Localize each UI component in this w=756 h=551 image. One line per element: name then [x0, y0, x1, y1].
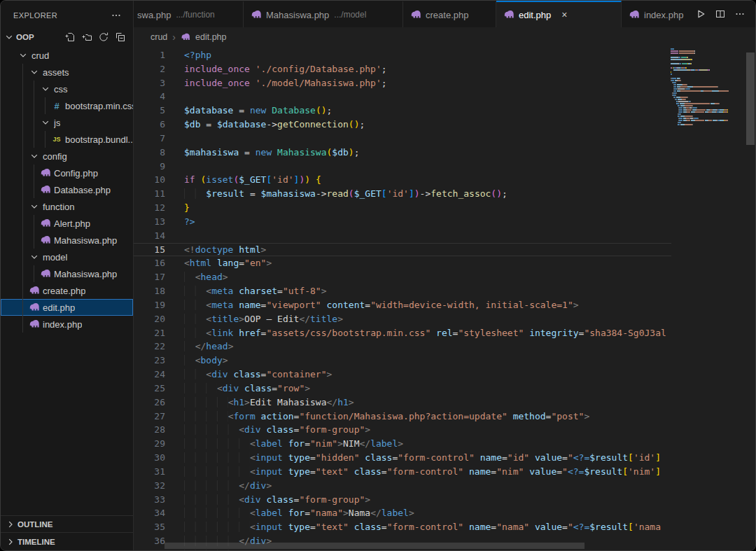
tree-item-mahasiswa.php[interactable]: Mahasiswa.php [1, 232, 133, 249]
tab-mahasiswa.php[interactable]: Mahasiswa.php.../model [244, 1, 403, 27]
minimap-line [671, 107, 746, 109]
tree-item-function[interactable]: function [1, 198, 133, 215]
tree-item-database.php[interactable]: Database.php [1, 181, 133, 198]
explorer-title: EXPLORER [13, 11, 57, 20]
js-file-icon: JS [51, 134, 62, 145]
line-number: 22 [134, 340, 165, 354]
code-line-18[interactable]: 18 <meta charset="utf-8"> [134, 284, 671, 298]
more-actions-icon[interactable] [733, 7, 747, 21]
php-file-icon [629, 9, 640, 20]
code-line-27[interactable]: 27 <form action="function/Mahasiswa.php?… [134, 410, 671, 424]
php-file-icon [251, 9, 262, 20]
code-line-32[interactable]: 32 </div> [134, 479, 671, 493]
tree-item-bootstrap.min.css[interactable]: #bootstrap.min.css [1, 97, 133, 114]
new-file-icon[interactable] [63, 30, 77, 44]
tab-swa.php[interactable]: swa.php.../function [134, 1, 244, 27]
tab-index.php[interactable]: index.php [622, 1, 685, 27]
tree-item-edit.php[interactable]: edit.php [1, 299, 133, 316]
php-file-icon [410, 9, 421, 20]
code-line-1[interactable]: 1<?php [134, 48, 671, 62]
tree-item-model[interactable]: model [1, 249, 133, 265]
minimap[interactable] [671, 48, 746, 126]
explorer-sidebar: EXPLORER OOP crudassetscss#bootstrap.min… [1, 1, 134, 550]
tab-create.php[interactable]: create.php [403, 1, 496, 27]
line-number: 11 [134, 187, 165, 201]
new-folder-icon[interactable] [80, 30, 94, 44]
code-line-7[interactable]: 7 [134, 132, 671, 146]
workspace-name: OOP [16, 33, 63, 41]
breadcrumb-folder[interactable]: crud [150, 32, 167, 42]
code-line-17[interactable]: 17 <head> [134, 270, 671, 284]
code-line-31[interactable]: 31 <input type="text" class="form-contro… [134, 465, 671, 479]
refresh-icon[interactable] [97, 30, 111, 44]
code-line-23[interactable]: 23 <body> [134, 354, 671, 368]
tree-item-config[interactable]: config [1, 148, 133, 165]
line-number: 9 [134, 160, 165, 174]
minimap-line [671, 65, 746, 67]
tree-item-js[interactable]: js [1, 114, 133, 131]
code-line-20[interactable]: 20 <title>OOP — Edit</title> [134, 312, 671, 326]
tree-item-mahasiswa.php[interactable]: Mahasiswa.php [1, 265, 133, 282]
workspace-section-header[interactable]: OOP [1, 29, 133, 46]
code-line-8[interactable]: 8$mahasiswa = new Mahasiswa($db); [134, 146, 671, 160]
tree-item-alert.php[interactable]: Alert.php [1, 215, 133, 232]
code-line-35[interactable]: 35 <input type="text" class="form-contro… [134, 520, 671, 534]
code-line-16[interactable]: 16<html lang="en"> [134, 256, 671, 270]
vertical-scrollbar[interactable] [746, 47, 755, 550]
php-file-icon [29, 285, 40, 296]
panel-timeline[interactable]: TIMELINE [1, 532, 133, 550]
horizontal-scrollbar[interactable] [134, 542, 671, 550]
tree-item-config.php[interactable]: Config.php [1, 165, 133, 181]
close-icon[interactable]: × [558, 8, 570, 21]
run-icon[interactable] [694, 7, 708, 21]
breadcrumb-file[interactable]: edit.php [195, 32, 226, 42]
minimap-line [671, 105, 746, 106]
code-line-28[interactable]: 28 <div class="form-group"> [134, 423, 671, 437]
minimap-line [671, 118, 746, 119]
panel-outline[interactable]: OUTLINE [1, 515, 133, 532]
line-number: 21 [134, 326, 165, 340]
code-line-11[interactable]: 11 $result = $mahasiswa->read($_GET['id'… [134, 187, 671, 201]
code-line-15[interactable]: 15<!doctype html> [134, 243, 671, 257]
code-line-13[interactable]: 13?> [134, 215, 671, 229]
code-line-25[interactable]: 25 <div class="row"> [134, 382, 671, 396]
tab-edit.php[interactable]: edit.php× [496, 1, 622, 27]
code-line-2[interactable]: 2include_once './config/Database.php'; [134, 62, 671, 76]
code-line-26[interactable]: 26 <h1>Edit Mahasiswa</h1> [134, 396, 671, 410]
code-line-19[interactable]: 19 <meta name="viewport" content="width=… [134, 298, 671, 312]
code-line-4[interactable]: 4 [134, 90, 671, 104]
code-line-3[interactable]: 3include_once './model/Mahasiswa.php'; [134, 76, 671, 90]
line-number: 13 [134, 215, 165, 229]
tree-item-assets[interactable]: assets [1, 64, 133, 81]
line-number: 5 [134, 104, 165, 118]
vertical-scrollbar-thumb[interactable] [746, 53, 755, 145]
tree-item-index.php[interactable]: index.php [1, 316, 133, 333]
code-line-5[interactable]: 5$database = new Database(); [134, 104, 671, 118]
split-editor-icon[interactable] [713, 7, 727, 21]
horizontal-scrollbar-thumb[interactable] [164, 543, 584, 549]
code-line-6[interactable]: 6$db = $database->getConnection(); [134, 118, 671, 132]
explorer-more-actions-icon[interactable] [109, 8, 123, 22]
code-line-12[interactable]: 12} [134, 201, 671, 215]
code-line-10[interactable]: 10if (isset($_GET['id'])) { [134, 173, 671, 187]
code-editor[interactable]: 1<?php2include_once './config/Database.p… [134, 47, 671, 550]
tree-item-css[interactable]: css [1, 81, 133, 97]
line-number: 7 [134, 132, 165, 146]
code-line-34[interactable]: 34 <label for="nama">Nama</label> [134, 506, 671, 520]
tree-item-crud[interactable]: crud [1, 47, 133, 64]
code-line-29[interactable]: 29 <label for="nim">NIM</label> [134, 437, 671, 451]
code-line-30[interactable]: 30 <input type="hidden" class="form-cont… [134, 451, 671, 465]
code-line-21[interactable]: 21 <link href="assets/css/bootstrap.min.… [134, 326, 671, 340]
code-line-24[interactable]: 24 <div class="container"> [134, 368, 671, 382]
tree-item-create.php[interactable]: create.php [1, 282, 133, 299]
vscode-window: EXPLORER OOP crudassetscss#bootstrap.min… [0, 0, 756, 551]
tree-item-bootstrap.bundl...[interactable]: JSbootstrap.bundl... [1, 131, 133, 148]
code-line-9[interactable]: 9 [134, 160, 671, 174]
minimap-line [671, 82, 746, 83]
collapse-all-icon[interactable] [113, 30, 127, 44]
code-line-14[interactable]: 14 [134, 229, 671, 243]
code-line-33[interactable]: 33 <div class="form-group"> [134, 493, 671, 507]
php-file-icon [40, 184, 51, 195]
code-line-22[interactable]: 22 </head> [134, 340, 671, 354]
chevron-down-icon [29, 67, 40, 78]
